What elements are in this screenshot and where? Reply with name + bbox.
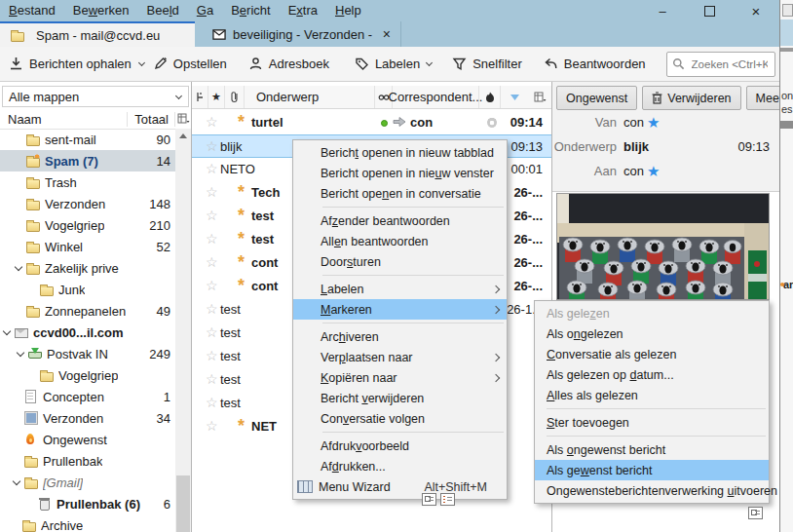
compose-button[interactable]: Opstellen — [146, 51, 234, 78]
menubar-item[interactable]: Bericht — [222, 0, 279, 21]
column-total[interactable]: Totaal — [127, 112, 175, 127]
expand-chevron-icon[interactable] — [12, 476, 23, 488]
submenu-item[interactable]: Als ongewenst bericht — [535, 439, 769, 460]
column-subject[interactable]: Onderwerp — [245, 86, 375, 108]
star-toggle-icon[interactable]: ☆ — [206, 184, 218, 200]
message-row[interactable]: ☆ * turtel con 09:14 — [192, 111, 551, 134]
menubar-item[interactable]: Beeld — [138, 0, 188, 21]
folder-row[interactable]: Concepten 1 — [0, 386, 176, 407]
column-star-icon[interactable]: ★ — [208, 86, 225, 108]
star-toggle-icon[interactable]: ☆ — [206, 114, 218, 130]
context-menu-item[interactable]: Bericht verwijderen — [293, 388, 507, 408]
folder-row[interactable]: Zakelijk prive — [0, 257, 176, 279]
context-menu-item[interactable]: Kopiëren naar — [293, 367, 507, 388]
folder-row[interactable]: Vogelgriep — [0, 364, 176, 386]
submenu-item[interactable]: Als gelezen op datum... — [535, 364, 769, 385]
search-box[interactable] — [666, 52, 775, 77]
column-name[interactable]: Naam — [0, 112, 42, 127]
column-picker-icon[interactable] — [175, 113, 191, 125]
tag-dropdown[interactable] — [426, 60, 433, 67]
submenu-item[interactable]: Alles als gelezen — [535, 385, 769, 405]
star-toggle-icon[interactable]: ☆ — [206, 395, 218, 410]
contact-star-icon[interactable]: ★ — [647, 115, 660, 130]
context-menu-item[interactable]: Menu Wizard Alt+Shift+M — [293, 476, 507, 497]
context-menu-item[interactable]: Bericht openen in nieuw venster — [293, 163, 507, 183]
context-menu-item[interactable]: Bericht openen in conversatie — [293, 183, 507, 204]
menu-edit-icon[interactable] — [422, 493, 436, 506]
tag-button[interactable]: Labelen — [348, 51, 439, 78]
menubar-item[interactable]: Extra — [280, 0, 326, 21]
expand-chevron-icon[interactable] — [16, 348, 27, 360]
star-toggle-icon[interactable]: ☆ — [206, 418, 218, 434]
folder-row[interactable]: Trash — [0, 171, 176, 193]
column-thread-icon[interactable] — [192, 86, 208, 108]
column-junk-icon[interactable] — [479, 86, 501, 108]
star-toggle-icon[interactable]: ☆ — [206, 231, 218, 247]
from-value[interactable]: con — [623, 115, 644, 130]
column-attachment-icon[interactable] — [225, 86, 245, 108]
folder-row[interactable]: Winkel 52 — [0, 236, 176, 257]
folder-row[interactable]: Prullenbak — [0, 450, 176, 472]
junk-button[interactable]: Ongewenst — [556, 86, 637, 110]
folder-row[interactable]: Vogelgriep 210 — [0, 214, 176, 236]
folder-mode-selector[interactable]: Alle mappen — [2, 86, 189, 107]
folder-row[interactable]: Spam (7) 14 — [0, 150, 176, 171]
folder-row[interactable]: Prullenbak (6) 6 — [0, 493, 176, 514]
tab-message-beveiliging[interactable]: beveiliging - Verzonden - m × — [203, 21, 401, 47]
context-menu-item[interactable]: Doorsturen — [293, 251, 507, 272]
folder-row[interactable]: Verzonden 148 — [0, 193, 176, 214]
menubar-item[interactable]: Ga — [188, 0, 222, 21]
context-menu-item[interactable]: Labelen — [293, 279, 507, 299]
folder-row[interactable]: Postvak IN 249 — [0, 343, 176, 364]
menubar-item[interactable]: Bewerken — [64, 0, 138, 21]
expand-chevron-icon[interactable] — [14, 262, 25, 274]
star-toggle-icon[interactable]: ☆ — [206, 348, 218, 363]
reply-button[interactable]: Beantwoorden — [537, 51, 653, 78]
star-toggle-icon[interactable]: ☆ — [206, 254, 218, 270]
contact-star-icon[interactable]: ★ — [647, 164, 660, 178]
sort-direction-icon[interactable] — [501, 86, 528, 108]
folder-row[interactable]: sent-mail 90 — [0, 129, 176, 150]
context-menu-item[interactable]: Afdrukken... — [293, 456, 507, 476]
submenu-item[interactable]: Als ongelezen — [535, 323, 769, 344]
get-messages-button[interactable]: Berichten ophalen — [2, 51, 138, 78]
menubar-item[interactable]: Help — [326, 0, 370, 21]
submenu-item[interactable]: Conversatie als gelezen — [535, 344, 769, 364]
column-correspondents[interactable]: Correspondent... — [393, 86, 479, 108]
star-toggle-icon[interactable]: ☆ — [206, 371, 218, 387]
folder-row[interactable]: Archive — [0, 514, 176, 532]
submenu-item[interactable]: Als gelezen — [535, 303, 769, 323]
context-menu-item[interactable]: Verplaatsen naar — [293, 347, 507, 367]
folder-row[interactable]: [Gmail] — [0, 472, 176, 493]
message-column-picker-icon[interactable] — [528, 86, 551, 108]
star-toggle-icon[interactable]: ☆ — [206, 278, 218, 293]
menu-list-icon[interactable] — [440, 493, 455, 506]
menubar-item[interactable]: Bestand — [0, 0, 64, 21]
folder-scrollbar[interactable] — [175, 129, 191, 532]
minimize-button[interactable]: – — [639, 0, 686, 21]
folder-row[interactable]: Zonnepanelen 49 — [0, 300, 176, 322]
tab-spam-folder[interactable]: Spam - mail@ccvd.eu — [0, 21, 195, 47]
folder-row[interactable]: Junk — [0, 279, 176, 300]
to-value[interactable]: con — [623, 164, 644, 178]
delete-button[interactable]: Verwijderen — [642, 86, 740, 110]
folder-row[interactable]: Verzonden 34 — [0, 407, 176, 429]
expand-chevron-icon[interactable] — [2, 326, 14, 338]
star-toggle-icon[interactable]: ☆ — [206, 208, 218, 223]
quick-filter-button[interactable]: Snelfilter — [445, 51, 529, 78]
submenu-item[interactable]: Ster toevoegen — [535, 412, 769, 433]
tab-close-icon[interactable]: × — [383, 27, 391, 41]
star-toggle-icon[interactable]: ☆ — [206, 161, 218, 176]
star-toggle-icon[interactable]: ☆ — [206, 301, 218, 317]
unread-dot-icon[interactable] — [381, 120, 388, 127]
context-menu-item[interactable]: Archiveren — [293, 326, 507, 347]
scroll-up-icon[interactable] — [179, 133, 187, 138]
context-menu-item[interactable]: Allen beantwoorden — [293, 231, 507, 251]
submenu-item[interactable]: Als gewenst bericht — [535, 460, 769, 480]
folder-row[interactable]: ccvd00...il.com — [0, 322, 176, 343]
maximize-button[interactable] — [686, 0, 733, 21]
context-menu-item[interactable]: Afzender beantwoorden — [293, 210, 507, 231]
junk-toggle-icon[interactable] — [487, 117, 497, 128]
scrollbar-thumb[interactable] — [176, 475, 190, 532]
star-toggle-icon[interactable]: ☆ — [206, 138, 218, 154]
